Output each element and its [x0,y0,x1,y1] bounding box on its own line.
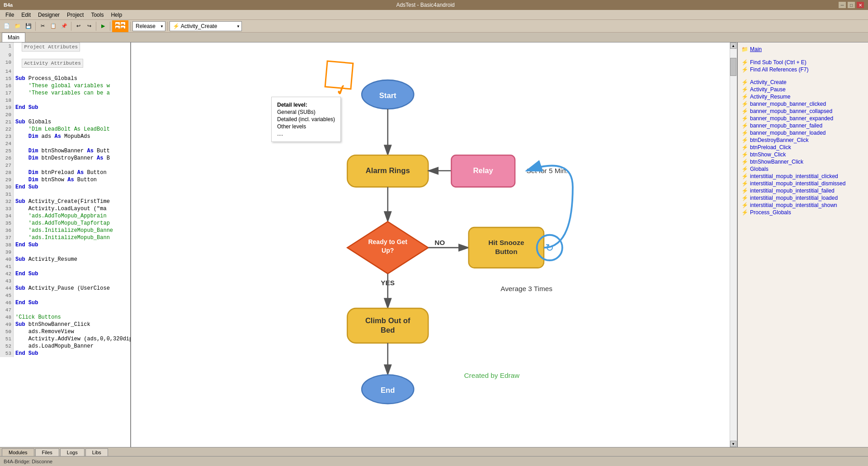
scroll-track [730,49,737,441]
code-line: 53 End Sub [0,350,130,357]
ref-interstitial-loaded[interactable]: ⚡ interstitial_mopub_interstitial_loaded [741,194,864,202]
tab-main[interactable]: Main [2,33,25,42]
find-sub-tool-link[interactable]: ⚡ Find Sub Tool (Ctrl + E) [741,59,864,66]
ref-interstitial-dismissed[interactable]: ⚡ interstitial_mopub_interstitial_dismis… [741,180,864,187]
ref-process-globals[interactable]: ⚡ Process_Globals [741,209,864,216]
code-line: 40 Sub Activity_Resume [0,256,130,263]
ref-section-main: 📁 Main [738,44,868,57]
detail-detailed[interactable]: Detailed (incl. variables) [277,116,335,122]
menu-project[interactable]: Project [63,11,87,19]
ref-banner-loaded[interactable]: ⚡ banner_mopub_banner_loaded [741,129,864,137]
scroll-down-btn[interactable]: ▼ [730,441,736,447]
ref-btn-show-banner[interactable]: ⚡ btnShowBanner_Click [741,158,864,165]
tb-sep4 [110,22,110,31]
maximize-button[interactable]: □ [847,1,855,9]
ref-activity-create[interactable]: ⚡ Activity_Create [741,79,864,86]
release-dropdown[interactable]: Release Debug [132,21,165,31]
app-icon: B4a [4,2,13,8]
code-line: 15 Sub Process_Globals [0,75,130,82]
titlebar: B4a AdsTest - Basic4android ─ □ ✕ [0,0,868,10]
menu-help[interactable]: Help [107,11,126,19]
ref-section-subs: ⚡ Activity_Create ⚡ Activity_Pause ⚡ Act… [738,77,868,218]
menu-designer[interactable]: Designer [34,11,63,19]
detail-general[interactable]: General (SUBs) [277,109,335,115]
code-line: 20 [0,111,130,118]
detail-dots: .... [277,131,335,137]
scroll-up-btn[interactable]: ▲ [730,42,736,49]
code-line: 51 Activity.AddView (ads,0,0,320dip,50di… [0,335,130,343]
tab-modules[interactable]: Modules [2,448,34,456]
menu-edit[interactable]: Edit [18,11,34,19]
main-link[interactable]: Main [750,46,762,52]
ref-interstitial-shown[interactable]: ⚡ interstitial_mopub_interstitial_shown [741,202,864,209]
activity-dropdown[interactable]: ⚡ Activity_Create ⚡ Activity_Resume ⚡ Ac… [170,21,242,31]
titlebar-controls: ─ □ ✕ [838,1,864,9]
code-panel: 1 Project Attributes 9 10 Activity Attri… [0,42,131,447]
tb-open[interactable]: 📁 [13,21,23,31]
ref-banner-failed[interactable]: ⚡ banner_mopub_banner_failed [741,122,864,129]
svg-text:Start: Start [379,91,396,100]
ref-globals[interactable]: ⚡ Globals [741,165,864,173]
code-line: 19 End Sub [0,104,130,111]
tb-new[interactable]: 📄 [2,21,12,31]
tab-logs[interactable]: Logs [60,448,85,456]
svg-text:■■: ■■ [121,26,124,29]
tb-cut[interactable]: ✂ [38,21,47,31]
activity-dropdown-wrap: ⚡ Activity_Create ⚡ Activity_Resume ⚡ Ac… [170,21,242,31]
svg-text:↻: ↻ [545,242,554,254]
tb-sep3 [96,22,96,31]
right-panel: 📁 Main ⚡ Find Sub Tool (Ctrl + E) ⚡ Find… [737,42,868,447]
tb-save[interactable]: 💾 [24,21,33,31]
code-line: 30 End Sub [0,184,130,191]
minimize-button[interactable]: ─ [838,1,846,9]
ref-btn-destroy[interactable]: ⚡ btnDestroyBanner_Click [741,137,864,144]
ref-section-tools: ⚡ Find Sub Tool (Ctrl + E) ⚡ Find All Re… [738,57,868,75]
find-all-refs-link[interactable]: ⚡ Find All References (F7) [741,66,864,73]
svg-text:Hit Snooze: Hit Snooze [488,239,524,246]
ref-banner-expanded[interactable]: ⚡ banner_mopub_banner_expanded [741,115,864,122]
tb-undo[interactable]: ↩ [73,21,83,31]
tb-paste[interactable]: 📌 [59,21,69,31]
tb-run[interactable]: ▶ [98,21,108,31]
code-line: 14 [0,68,130,75]
code-line: 35 'ads.AddToMopub_Tapfortap [0,220,130,227]
code-line: 25 Dim btnShowBanner As Butt [0,147,130,155]
vertical-scrollbar[interactable]: ▲ ▼ [730,42,737,447]
detail-other[interactable]: Other levels [277,123,335,130]
ref-banner-collapsed[interactable]: ⚡ banner_mopub_banner_collapsed [741,108,864,115]
menu-tools[interactable]: Tools [87,11,107,19]
detail-level-title: Detail level: [277,102,335,108]
menubar: File Edit Designer Project Tools Help [0,10,868,20]
code-line: 31 [0,191,130,198]
ref-interstitial-clicked[interactable]: ⚡ interstitial_mopub_interstitial_clicke… [741,173,864,180]
scroll-thumb[interactable] [730,58,736,76]
tab-files[interactable]: Files [35,448,59,456]
ref-btn-show[interactable]: ⚡ btnShow_Click [741,151,864,158]
code-line: 50 ads.RemoveView [0,328,130,335]
center-and-right: ▲ ▼ Detail level: General (SUBs) Detaile… [131,42,868,447]
svg-text:Climb Out of: Climb Out of [365,316,410,325]
tb-copy[interactable]: 📋 [48,21,58,31]
ref-interstitial-failed[interactable]: ⚡ interstitial_mopub_interstitial_failed [741,187,864,194]
ref-btn-preload[interactable]: ⚡ btnPreload_Click [741,144,864,151]
code-line: 45 [0,292,130,299]
ref-banner-clicked[interactable]: ⚡ banner_mopub_banner_clicked [741,100,864,108]
code-line: 34 'ads.AddToMopub_Appbrain [0,212,130,220]
tb-redo[interactable]: ↪ [84,21,94,31]
svg-text:■■: ■■ [116,23,118,25]
tab-libs[interactable]: Libs [85,448,108,456]
code-line: 10 Activity Attributes [0,59,130,68]
close-button[interactable]: ✕ [856,1,864,9]
svg-text:End: End [381,386,395,395]
code-line: 1 Project Attributes [0,42,130,52]
code-line: 27 [0,162,130,169]
code-area[interactable]: 1 Project Attributes 9 10 Activity Attri… [0,42,130,447]
code-line: 47 [0,306,130,314]
code-line: 21 Sub Globals [0,118,130,126]
menu-file[interactable]: File [2,11,18,19]
bottom-area: Modules Files Logs Libs [0,447,868,456]
ref-activity-resume[interactable]: ⚡ Activity_Resume [741,93,864,100]
ref-activity-pause[interactable]: ⚡ Activity_Pause [741,86,864,93]
diagram-panel[interactable]: ▲ ▼ Detail level: General (SUBs) Detaile… [131,42,737,447]
tb-flowchart[interactable]: ■■ ■■ ■■ ■■ [112,20,128,32]
